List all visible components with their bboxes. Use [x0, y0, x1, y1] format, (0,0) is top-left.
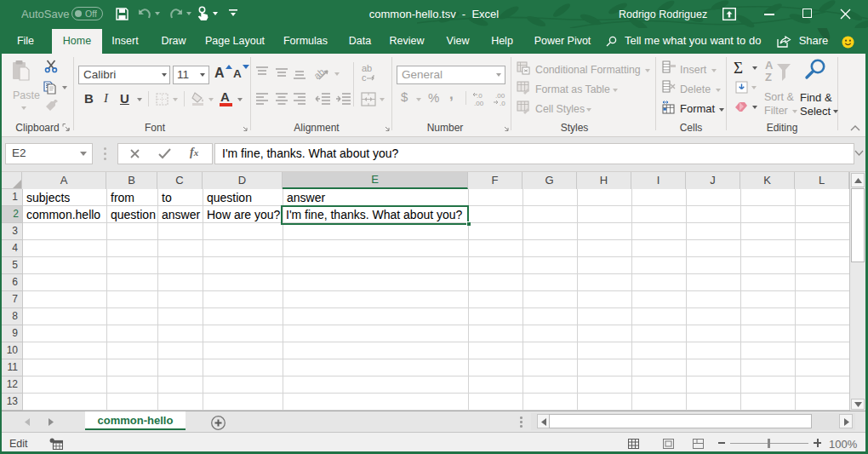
- svg-text:.00: .00: [495, 92, 505, 100]
- svg-text:.0: .0: [500, 100, 505, 106]
- svg-text:.00: .00: [474, 100, 484, 106]
- svg-text:c: c: [362, 72, 367, 83]
- svg-text:.0: .0: [477, 92, 483, 100]
